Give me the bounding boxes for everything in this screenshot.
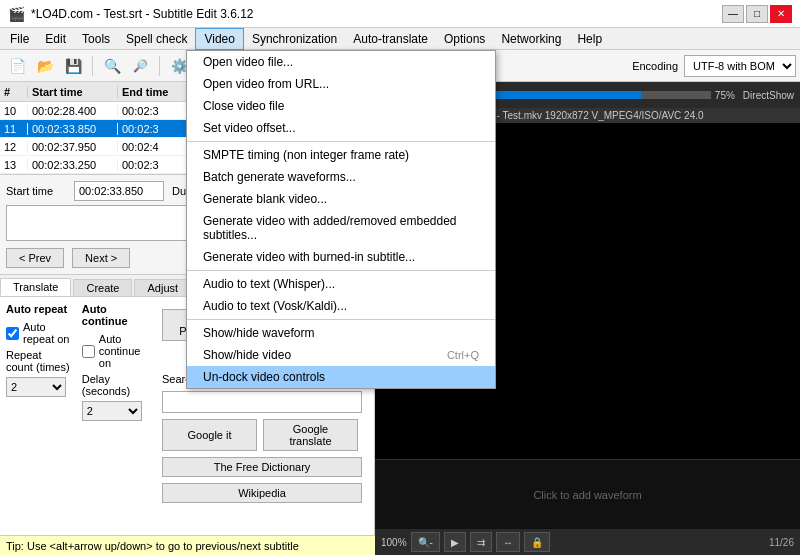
cell-num: 13	[0, 159, 28, 171]
maximize-button[interactable]: □	[746, 5, 768, 23]
waveform-btn1[interactable]: ⇉	[470, 532, 492, 552]
menu-video[interactable]: Video	[195, 28, 243, 50]
menu-tools[interactable]: Tools	[74, 28, 118, 50]
dd-show-video-label: Show/hide video	[203, 348, 291, 362]
auto-continue-title: Auto continue	[82, 303, 144, 327]
prev-button[interactable]: < Prev	[6, 248, 64, 268]
dd-batch-waveforms[interactable]: Batch generate waveforms...	[187, 166, 495, 188]
dd-show-video[interactable]: Show/hide video Ctrl+Q	[187, 344, 495, 366]
open-button[interactable]: 📂	[32, 53, 58, 79]
auto-continue-label: Auto continue on	[99, 333, 144, 369]
start-time-label: Start time	[6, 185, 66, 197]
auto-continue-checkbox[interactable]	[82, 345, 95, 358]
cell-start: 00:02:37.950	[28, 141, 118, 153]
titlebar-controls[interactable]: — □ ✕	[722, 5, 792, 23]
dd-smpte-label: SMPTE timing (non integer frame rate)	[203, 148, 409, 162]
repeat-count-select[interactable]: 234	[6, 377, 66, 397]
tab-translate[interactable]: Translate	[0, 278, 71, 296]
dd-audio-whisper[interactable]: Audio to text (Whisper)...	[187, 273, 495, 295]
next-button[interactable]: Next >	[72, 248, 130, 268]
dd-open-url[interactable]: Open video from URL...	[187, 73, 495, 95]
page-counter: 11/26	[769, 537, 794, 548]
cell-start: 00:02:33.250	[28, 159, 118, 171]
dd-close-video-label: Close video file	[203, 99, 284, 113]
directshow-label: DirectShow	[743, 90, 794, 101]
waveform-area[interactable]: Click to add waveform	[375, 459, 800, 529]
menu-file[interactable]: File	[2, 28, 37, 50]
auto-repeat-section: Auto repeat Auto repeat on Repeat count …	[6, 303, 70, 509]
dd-undock[interactable]: Un-dock video controls	[187, 366, 495, 388]
toolbar-separator-1	[92, 56, 93, 76]
col-header-num: #	[0, 86, 28, 98]
dd-separator-2	[187, 270, 495, 271]
auto-continue-checkbox-row: Auto continue on	[82, 333, 144, 369]
dd-open-video[interactable]: Open video file...	[187, 51, 495, 73]
minimize-button[interactable]: —	[722, 5, 744, 23]
menubar: File Edit Tools Spell check Video Synchr…	[0, 28, 800, 50]
start-time-input[interactable]	[74, 181, 164, 201]
close-button[interactable]: ✕	[770, 5, 792, 23]
dd-show-waveform[interactable]: Show/hide waveform	[187, 322, 495, 344]
dd-audio-vosk[interactable]: Audio to text (Vosk/Kaldi)...	[187, 295, 495, 317]
window-title: *LO4D.com - Test.srt - Subtitle Edit 3.6…	[31, 7, 254, 21]
dd-batch-waveforms-label: Batch generate waveforms...	[203, 170, 356, 184]
menu-networking[interactable]: Networking	[493, 28, 569, 50]
dd-generate-embedded-label: Generate video with added/removed embedd…	[203, 214, 479, 242]
play-from-btn[interactable]: ▶	[444, 532, 466, 552]
dd-show-video-shortcut: Ctrl+Q	[447, 349, 479, 361]
tip-text: Tip: Use <alt+arrow up/down> to go to pr…	[6, 540, 299, 552]
wikipedia-button[interactable]: Wikipedia	[162, 483, 362, 503]
google-translate-button[interactable]: Google translate	[263, 419, 358, 451]
dd-generate-embedded[interactable]: Generate video with added/removed embedd…	[187, 210, 495, 246]
menu-synchronization[interactable]: Synchronization	[244, 28, 345, 50]
zoom-out-btn[interactable]: 🔍-	[411, 532, 440, 552]
dd-undock-label: Un-dock video controls	[203, 370, 325, 384]
new-button[interactable]: 📄	[4, 53, 30, 79]
tip-bar: Tip: Use <alt+arrow up/down> to go to pr…	[0, 535, 375, 555]
auto-repeat-label: Auto repeat on	[23, 321, 70, 345]
dd-set-offset-label: Set video offset...	[203, 121, 296, 135]
menu-options[interactable]: Options	[436, 28, 493, 50]
menu-spellcheck[interactable]: Spell check	[118, 28, 195, 50]
tab-adjust[interactable]: Adjust	[134, 279, 191, 296]
delay-label: Delay (seconds)	[82, 373, 144, 397]
auto-repeat-checkbox[interactable]	[6, 327, 19, 340]
dd-close-video[interactable]: Close video file	[187, 95, 495, 117]
search-button[interactable]: 🔍	[99, 53, 125, 79]
auto-continue-section: Auto continue Auto continue on Delay (se…	[82, 303, 144, 509]
cell-num: 11	[0, 123, 28, 135]
dictionary-button[interactable]: The Free Dictionary	[162, 457, 362, 477]
lock-btn[interactable]: 🔒	[524, 532, 550, 552]
dd-audio-whisper-label: Audio to text (Whisper)...	[203, 277, 335, 291]
dd-open-url-label: Open video from URL...	[203, 77, 329, 91]
auto-repeat-checkbox-row: Auto repeat on	[6, 321, 70, 345]
delay-select[interactable]: 235	[82, 401, 142, 421]
menu-edit[interactable]: Edit	[37, 28, 74, 50]
dd-blank-video[interactable]: Generate blank video...	[187, 188, 495, 210]
google-it-button[interactable]: Google it	[162, 419, 257, 451]
cell-start: 00:02:33.850	[28, 123, 118, 135]
menu-help[interactable]: Help	[569, 28, 610, 50]
zoom-out-button[interactable]: 🔎	[127, 53, 153, 79]
dd-generate-burned[interactable]: Generate video with burned-in subtitle..…	[187, 246, 495, 268]
cell-num: 12	[0, 141, 28, 153]
encoding-select[interactable]: UTF-8 with BOM	[684, 55, 796, 77]
auto-repeat-title: Auto repeat	[6, 303, 70, 315]
dd-smpte[interactable]: SMPTE timing (non integer frame rate)	[187, 144, 495, 166]
col-header-start: Start time	[28, 86, 118, 98]
app-icon: 🎬	[8, 6, 25, 22]
encoding-label: Encoding	[632, 60, 678, 72]
titlebar: 🎬 *LO4D.com - Test.srt - Subtitle Edit 3…	[0, 0, 800, 28]
dd-separator-1	[187, 141, 495, 142]
waveform-btn2[interactable]: ↔	[496, 532, 520, 552]
toolbar-separator-2	[159, 56, 160, 76]
repeat-count-label: Repeat count (times)	[6, 349, 70, 373]
menu-autotranslate[interactable]: Auto-translate	[345, 28, 436, 50]
titlebar-left: 🎬 *LO4D.com - Test.srt - Subtitle Edit 3…	[8, 6, 254, 22]
cell-start: 00:02:28.400	[28, 105, 118, 117]
tab-create[interactable]: Create	[73, 279, 132, 296]
save-button[interactable]: 💾	[60, 53, 86, 79]
repeat-count-row: Repeat count (times)	[6, 349, 70, 373]
dd-set-offset[interactable]: Set video offset...	[187, 117, 495, 139]
search-input[interactable]	[162, 391, 362, 413]
